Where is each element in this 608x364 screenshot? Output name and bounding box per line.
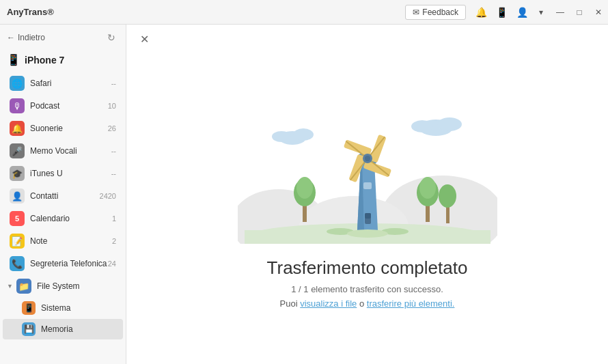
podcast-label: Podcast [30,101,108,111]
podcast-icon: 🎙 [10,98,25,113]
transfer-more-link[interactable]: trasferire più elementi. [367,298,455,309]
section-arrow-filesystem: ▼ [7,283,13,290]
podcast-count: 10 [108,102,116,110]
sidebar: ← Indietro ↻ 📱 iPhone 7 🌐 Safari -- 🎙 Po… [0,25,126,364]
safari-label: Safari [30,79,111,88]
sidebar-item-itunes[interactable]: 🎓 iTunes U -- [3,163,123,184]
maximize-button[interactable]: □ [570,0,589,25]
dropdown-button[interactable]: ▾ [531,0,551,25]
filesystem-label: File System [37,281,119,291]
itunes-icon: 🎓 [10,166,25,181]
sidebar-item-memo[interactable]: 🎤 Memo Vocali -- [3,140,123,162]
contatti-count: 2420 [100,192,116,200]
sistema-icon: 📱 [22,301,36,315]
links-middle: o [359,298,367,309]
calendario-icon: 5 [10,211,25,226]
feedback-button[interactable]: ✉ Feedback [405,5,466,20]
memo-count: -- [111,147,116,155]
svg-point-19 [439,184,456,208]
note-label: Note [30,236,112,246]
links-prefix: Puoi [280,298,301,309]
success-links: Puoi visualizza i file o trasferire più … [280,298,455,309]
close-dialog-button[interactable]: ✕ [137,31,152,46]
svg-point-32 [365,156,370,161]
device-name-label: iPhone 7 [25,55,64,66]
svg-rect-34 [365,213,371,219]
safari-icon: 🌐 [10,76,25,91]
memoria-icon: 💾 [22,322,36,336]
filesystem-icon: 📁 [16,279,31,294]
phone-icon-btn[interactable]: 📱 [492,3,511,22]
back-button[interactable]: ← Indietro [7,33,45,42]
sidebar-item-segreteria[interactable]: 📞 Segreteria Telefonica 24 [3,253,123,275]
segreteria-icon: 📞 [10,256,25,271]
svg-point-17 [419,177,436,199]
close-button[interactable]: ✕ [589,0,608,25]
sidebar-item-safari[interactable]: 🌐 Safari -- [3,72,123,94]
svg-point-8 [411,120,433,132]
feedback-label: Feedback [422,8,458,17]
success-title: Trasferimento completato [267,257,468,279]
bell-icon-btn[interactable]: 🔔 [471,3,490,22]
safari-count: -- [111,79,116,87]
refresh-button[interactable]: ↻ [104,30,119,45]
back-label: Indietro [18,33,45,42]
sidebar-item-suonerie[interactable]: 🔔 Suonerie 26 [3,117,123,139]
note-icon: 📝 [10,234,25,249]
contatti-label: Contatti [30,191,100,201]
window-controls: ▾ — □ ✕ [531,0,608,25]
refresh-icon: ↻ [107,32,115,43]
back-arrow-icon: ← [7,33,15,42]
suonerie-label: Suonerie [30,124,108,133]
memoria-label: Memoria [41,324,73,334]
sidebar-subitem-sistema[interactable]: 📱 Sistema [3,298,123,318]
device-icon: 📱 [7,53,20,66]
note-count: 2 [112,237,116,245]
suonerie-count: 26 [108,124,116,132]
sidebar-section-filesystem[interactable]: ▼ 📁 File System [0,275,126,297]
svg-point-10 [293,128,314,141]
itunes-count: -- [111,169,116,178]
svg-rect-35 [363,182,372,189]
itunes-label: iTunes U [30,169,111,178]
segreteria-count: 24 [108,260,116,268]
sidebar-subitem-memoria[interactable]: 💾 Memoria [3,319,123,339]
success-subtitle: 1 / 1 elemento trasferito con successo. [291,284,443,294]
windmill-illustration [238,80,497,244]
feedback-icon: ✉ [413,8,419,17]
sistema-label: Sistema [41,303,70,313]
svg-point-7 [437,117,462,131]
calendario-label: Calendario [30,214,112,223]
contatti-icon: 👤 [10,188,25,204]
title-icons: 🔔 📱 👤 [471,3,531,22]
close-dialog-icon: ✕ [140,33,149,46]
sidebar-item-calendario[interactable]: 5 Calendario 1 [3,208,123,229]
minimize-button[interactable]: — [551,0,570,25]
sidebar-item-contatti[interactable]: 👤 Contatti 2420 [3,185,123,207]
sidebar-item-podcast[interactable]: 🎙 Podcast 10 [3,95,123,117]
svg-point-11 [272,131,291,142]
memo-label: Memo Vocali [30,146,111,156]
svg-point-14 [296,177,313,199]
device-name-row: 📱 iPhone 7 [0,51,126,72]
calendario-count: 1 [112,214,116,223]
user-icon-btn[interactable]: 👤 [512,3,531,22]
content-area: ✕ [126,25,608,364]
svg-point-38 [347,229,388,238]
sidebar-items-container: 🌐 Safari -- 🎙 Podcast 10 🔔 Suonerie 26 🎤… [0,72,126,339]
sidebar-item-note[interactable]: 📝 Note 2 [3,230,123,252]
memo-icon: 🎤 [10,143,25,158]
sidebar-header: ← Indietro ↻ [0,25,126,51]
main-layout: ← Indietro ↻ 📱 iPhone 7 🌐 Safari -- 🎙 Po… [0,25,608,364]
app-title: AnyTrans® [7,7,54,17]
suonerie-icon: 🔔 [10,121,25,136]
view-files-link[interactable]: visualizza i file [300,298,357,309]
segreteria-label: Segreteria Telefonica [30,259,108,268]
title-bar-right: ✉ Feedback 🔔 📱 👤 ▾ — □ ✕ [405,0,608,25]
title-bar: AnyTrans® ✉ Feedback 🔔 📱 👤 ▾ — □ ✕ [0,0,608,25]
